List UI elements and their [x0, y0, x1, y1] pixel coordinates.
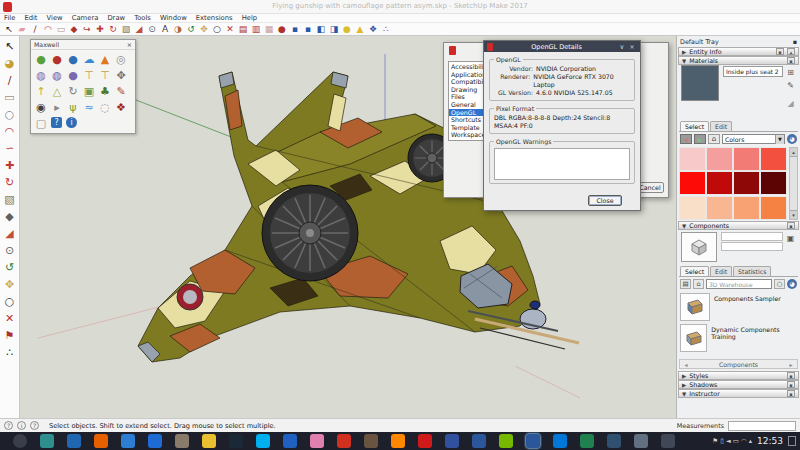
maxwell-palette[interactable]: Maxwell × ●●●☁▲◎◍◍●⊤⊤✥↑△↻▣♣✎◉▸ψ≈◌❖▢?i [30, 39, 136, 134]
maxwell-box4-icon[interactable]: ◨ [328, 24, 340, 35]
terminal-app[interactable] [661, 434, 675, 448]
arrow-up-icon[interactable]: ↑ [33, 83, 49, 99]
scroll-down-icon[interactable]: ▾ [790, 210, 797, 219]
menu-file[interactable]: File [4, 14, 15, 22]
panel-close-icon[interactable]: ▪ [787, 372, 795, 379]
display-app[interactable] [40, 434, 54, 448]
dialog-title-bar[interactable]: OpenGL Details ∨ × [484, 41, 640, 52]
create-material-icon[interactable]: ⊞ [785, 66, 796, 77]
sign-arrow-icon[interactable]: ⊤ [97, 67, 113, 83]
pan-icon[interactable]: ✥ [2, 276, 18, 292]
tab-edit[interactable]: Edit [710, 121, 732, 131]
camera-tool-icon[interactable]: ▤ [237, 24, 249, 35]
scale-icon[interactable]: ▧ [2, 191, 18, 207]
gimp-app[interactable] [175, 434, 189, 448]
tab-edit[interactable]: Edit [710, 266, 732, 276]
maxwell-cubes-icon[interactable]: ❖ [367, 24, 379, 35]
arc-icon[interactable]: ◠ [42, 24, 54, 35]
component-name-fields[interactable] [721, 232, 783, 252]
camera-tool4-icon[interactable]: ● [276, 24, 288, 35]
pushpull-icon[interactable]: ◆ [2, 208, 18, 224]
zoom-icon[interactable]: ○ [2, 293, 18, 309]
color-swatch[interactable] [706, 147, 733, 171]
list-item[interactable]: Dynamic Components Training [680, 324, 797, 352]
menu-tools[interactable]: Tools [134, 14, 151, 22]
orbit-icon[interactable]: ↺ [185, 24, 197, 35]
color-swatch[interactable] [733, 171, 760, 195]
pyramid-icon[interactable]: △ [49, 83, 65, 99]
panel-close-icon[interactable]: ▪ [787, 381, 795, 388]
settings-app[interactable] [634, 434, 648, 448]
close-icon[interactable]: × [127, 41, 132, 48]
vlc-app[interactable] [391, 434, 405, 448]
details-icon[interactable]: ◕ [787, 279, 797, 289]
color-swatch[interactable] [706, 196, 733, 220]
select-icon[interactable]: ↖ [3, 24, 15, 35]
move-icon[interactable]: ✚ [2, 157, 18, 173]
skype-app[interactable] [256, 434, 270, 448]
browser-app[interactable] [148, 434, 162, 448]
document-app[interactable] [472, 434, 486, 448]
search-icon[interactable]: ○ [774, 279, 785, 289]
forward-icon[interactable]: ▶ [694, 134, 706, 144]
pushpull-icon[interactable]: ◆ [68, 24, 80, 35]
color-swatch[interactable] [679, 147, 706, 171]
maxwell-box3-icon[interactable]: ◧ [315, 24, 327, 35]
grass-icon[interactable]: ψ [65, 99, 81, 115]
panel-close-icon[interactable]: ▪ [787, 57, 795, 64]
sphere-purple-icon[interactable]: ● [65, 67, 81, 83]
rotate-icon[interactable]: ↻ [2, 174, 18, 190]
rectangle-icon[interactable]: ▭ [55, 24, 67, 35]
maxwell-cone-icon[interactable]: ▲ [354, 24, 366, 35]
orbit-icon[interactable]: ↺ [2, 259, 18, 275]
camera-tool2-icon[interactable]: ▥ [250, 24, 262, 35]
color-swatch[interactable] [679, 196, 706, 220]
dropper-icon[interactable]: ✎ [113, 83, 129, 99]
info-icon[interactable]: i [66, 117, 77, 128]
color-swatch[interactable] [706, 171, 733, 195]
page-left-icon[interactable]: ◂ [680, 361, 692, 368]
maxwell-box2-icon[interactable]: ▪ [302, 24, 314, 35]
color-swatch[interactable] [760, 196, 787, 220]
color-swatch[interactable] [733, 196, 760, 220]
sphere-green-icon[interactable]: ● [33, 51, 49, 67]
owl-app[interactable] [364, 434, 378, 448]
zoom-icon[interactable]: ○ [211, 24, 223, 35]
material-name-field[interactable]: Inside plus seat 2 [723, 66, 783, 77]
walk-icon[interactable]: ∴ [2, 344, 18, 360]
globe-app[interactable] [283, 434, 297, 448]
region-icon[interactable]: ▢ [33, 115, 49, 131]
firefox-app[interactable] [94, 434, 108, 448]
shadows-header[interactable]: ▶ Shadows ▪ [678, 380, 799, 389]
circle-icon[interactable]: ○ [2, 106, 18, 122]
tab-statistics[interactable]: Statistics [733, 266, 771, 276]
tab-select[interactable]: Select [680, 266, 709, 276]
sphere-red-icon[interactable]: ● [49, 51, 65, 67]
tape-measure-icon[interactable]: ⊙ [146, 24, 158, 35]
clock[interactable]: 12:53 [757, 436, 783, 446]
maxwell-box1-icon[interactable]: ▪ [289, 24, 301, 35]
swatch-scrollbar[interactable]: ▴ ▾ [789, 147, 798, 220]
panel-close-icon[interactable]: ▪ [787, 390, 795, 397]
chevron-down-icon[interactable]: ▼ [775, 135, 784, 144]
photos-app[interactable] [580, 434, 594, 448]
sphere-blue-icon[interactable]: ● [65, 51, 81, 67]
sphere-folder-icon[interactable]: ◍ [33, 67, 49, 83]
lens2-icon[interactable]: ◌ [97, 99, 113, 115]
list-item[interactable]: Components Sampler [680, 293, 797, 321]
paint-bucket-icon[interactable]: ◑ [172, 24, 184, 35]
waves-icon[interactable]: ≈ [81, 99, 97, 115]
sample-paint-icon[interactable]: ◢ [785, 97, 796, 108]
pin-icon[interactable]: ▪ [793, 38, 797, 46]
followme-icon[interactable]: ↪ [81, 24, 93, 35]
panel-close-icon[interactable]: ▪ [776, 48, 784, 55]
menu-help[interactable]: Help [242, 14, 258, 22]
media-app[interactable] [202, 434, 216, 448]
paint-icon[interactable]: ◕ [2, 55, 18, 71]
fire-icon[interactable]: ▲ [97, 51, 113, 67]
page-right-icon[interactable]: ▸ [785, 361, 797, 368]
nvidia-app[interactable] [499, 434, 513, 448]
materials-header[interactable]: ▼ Materials ▪ [678, 56, 799, 65]
sphere-globe-icon[interactable]: ◍ [49, 67, 65, 83]
geolocation-icon[interactable]: ? [4, 421, 13, 430]
